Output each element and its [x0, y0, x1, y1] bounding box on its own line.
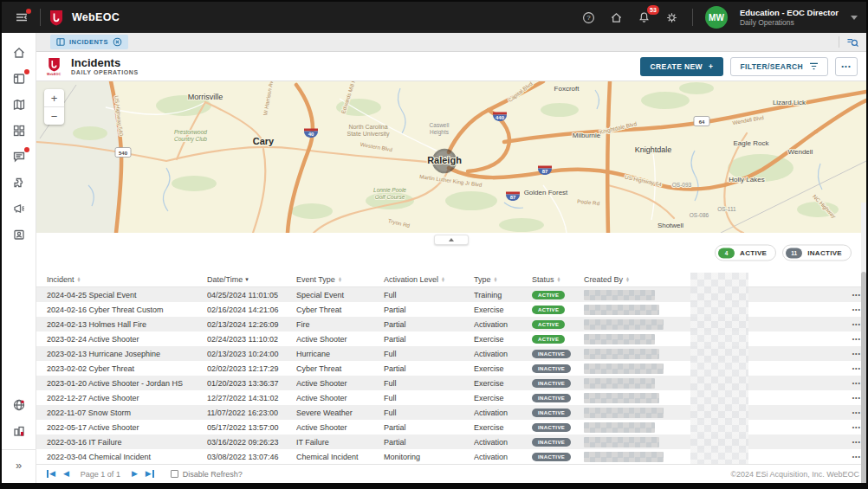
previous-page-button[interactable]: ◀ [63, 470, 69, 478]
logo-caption: WebEOC [47, 73, 61, 76]
sidebar-item-boards[interactable] [8, 68, 30, 90]
row-menu-button[interactable]: ••• [839, 454, 861, 460]
chevron-down-icon[interactable] [851, 16, 858, 20]
route-shield: 540 [115, 148, 131, 158]
column-header-created[interactable]: Created By▲▼ [584, 275, 861, 284]
table-row[interactable]: 2023-02-02 Cyber Threat02/02/2023 12:17:… [36, 361, 866, 376]
row-menu-button[interactable]: ••• [839, 365, 861, 371]
table-row[interactable]: 2022-12-27 Active Shooter12/27/2022 14:3… [36, 390, 866, 405]
scrollbar-thumb[interactable] [861, 272, 866, 489]
column-header-type[interactable]: Type▲▼ [474, 275, 532, 284]
redacted-created-by [584, 437, 659, 447]
svg-text:64: 64 [699, 119, 705, 125]
create-new-label: CREATE NEW [651, 62, 703, 71]
row-menu-button[interactable]: ••• [839, 336, 861, 342]
table-row[interactable]: 2024-04-25 Special Event04/25/2024 11:01… [36, 287, 866, 302]
column-header-incident[interactable]: Incident▲▼ [47, 275, 207, 284]
redacted-created-by [584, 319, 664, 330]
disable-refresh-checkbox[interactable] [171, 470, 178, 478]
next-page-button[interactable]: ▶ [132, 470, 138, 478]
row-menu-button[interactable]: ••• [839, 321, 861, 327]
row-menu-button[interactable]: ••• [839, 292, 861, 298]
row-menu-button[interactable]: ••• [839, 395, 861, 401]
inactive-count-badge: 11 [786, 248, 802, 258]
notifications-bell-icon[interactable]: 53 [637, 10, 652, 25]
table-row[interactable]: 2023-02-24 Active Shooter02/24/2023 11:1… [36, 331, 866, 346]
create-new-button[interactable]: CREATE NEW + [640, 57, 724, 76]
megaphone-icon [12, 202, 26, 216]
page-titles: Incidents DAILY OPERATIONS [71, 56, 139, 77]
sidebar-item-plugins[interactable] [8, 171, 30, 194]
home-icon[interactable] [609, 10, 625, 25]
redacted-created-by [584, 452, 664, 462]
inactive-pill-label: INACTIVE [807, 249, 842, 257]
zoom-in-button[interactable]: + [44, 89, 64, 106]
disable-refresh-control[interactable]: Disable Refresh? [171, 470, 243, 479]
table-header-row: Incident▲▼Date/Time▾Event Type▲▼Activati… [36, 273, 866, 287]
row-menu-button[interactable]: ••• [839, 351, 861, 357]
search-boards-icon[interactable] [846, 36, 859, 48]
sidebar-item-contacts[interactable] [8, 223, 30, 246]
sidebar-item-maps[interactable] [8, 93, 30, 116]
cell-incident: 2024-02-16 Cyber Threat Custom [47, 306, 207, 314]
cell-type: Training [474, 291, 532, 299]
sidebar-item-apps[interactable] [8, 119, 30, 142]
cell-event: IT Failure [296, 438, 384, 447]
avatar[interactable]: MW [705, 6, 728, 29]
tab-incidents[interactable]: INCIDENTS [50, 35, 128, 49]
sidebar-expand-button[interactable]: » [8, 454, 30, 476]
menu-toggle-icon[interactable] [12, 8, 31, 27]
inactive-filter-pill[interactable]: 11 INACTIVE [782, 245, 852, 261]
row-menu-button[interactable]: ••• [839, 409, 861, 415]
message-icon [12, 150, 26, 164]
column-label: Created By [584, 275, 623, 284]
row-menu-button[interactable]: ••• [839, 424, 861, 430]
cell-incident: 2022-05-17 Active Shooter [47, 423, 207, 432]
cell-event: Chemical Incident [296, 453, 384, 461]
settings-gear-icon[interactable] [664, 10, 680, 25]
row-menu-button[interactable]: ••• [839, 306, 861, 312]
table-row[interactable]: 2023-02-13 Hurricane Josephine02/13/2023… [36, 346, 866, 361]
cell-status: INACTIVE [532, 408, 584, 417]
filter-search-button[interactable]: FILTER/SEARCH [730, 57, 828, 76]
plus-icon: + [709, 62, 713, 71]
help-icon[interactable]: ? [581, 10, 597, 25]
top-bar-divider-2 [692, 9, 693, 26]
table-row[interactable]: 2024-02-13 Holmes Hall Fire02/13/2024 12… [36, 317, 866, 331]
sidebar-item-globe-network[interactable] [8, 394, 30, 416]
table-row[interactable]: 2022-03-04 Chemical Incident03/08/2022 1… [36, 449, 866, 464]
table-row[interactable]: 2023-01-20 Active Shooter - Jordan HS01/… [36, 376, 866, 390]
close-tab-icon[interactable] [113, 37, 122, 47]
collapse-map-button[interactable] [434, 235, 469, 245]
sidebar-item-messages[interactable] [8, 145, 30, 168]
column-header-activation[interactable]: Activation Level▲▼ [384, 275, 474, 284]
messages-notification-dot [24, 147, 29, 152]
active-filter-pill[interactable]: 4 ACTIVE [715, 245, 776, 261]
cell-activation: Full [384, 409, 474, 417]
column-header-datetime[interactable]: Date/Time▾ [207, 275, 296, 284]
board-more-options-button[interactable]: ••• [835, 57, 858, 76]
cell-status: INACTIVE [532, 422, 584, 432]
column-header-status[interactable]: Status▲▼ [532, 275, 584, 284]
cell-datetime: 11/07/2022 16:23:00 [207, 409, 296, 417]
table-row[interactable]: 2024-02-16 Cyber Threat Custom02/16/2024… [36, 302, 866, 317]
first-page-button[interactable]: ◀ [47, 470, 55, 478]
webeoc-app-window: WebEOC ? 53 MW Educatio [0, 0, 868, 489]
zoom-out-button[interactable]: − [44, 107, 64, 125]
sidebar-item-home[interactable] [8, 42, 30, 64]
sidebar-item-announcements[interactable] [8, 197, 30, 220]
table-row[interactable]: 2022-11-07 Snow Storm11/07/2022 16:23:00… [36, 405, 866, 420]
column-header-event[interactable]: Event Type▲▼ [296, 275, 384, 284]
table-row[interactable]: 2022-03-16 IT Failure03/16/2022 09:26:23… [36, 434, 866, 449]
incidents-map[interactable]: 54040440878764 MorrisvilleCaryRaleighFox… [36, 81, 866, 233]
table-row[interactable]: 2022-05-17 Active Shooter05/17/2022 13:5… [36, 420, 866, 434]
vertical-scrollbar[interactable] [861, 203, 866, 464]
cell-incident: 2023-02-02 Cyber Threat [47, 364, 207, 373]
row-menu-button[interactable]: ••• [839, 380, 861, 386]
cell-datetime: 02/13/2023 10:24:00 [207, 350, 296, 358]
sidebar-item-organizations[interactable] [8, 420, 30, 442]
row-menu-button[interactable]: ••• [839, 439, 861, 445]
user-menu[interactable]: Education - EOC Director Daily Operation… [740, 8, 839, 28]
last-page-button[interactable]: ▶ [146, 470, 154, 478]
cell-created [584, 393, 839, 403]
